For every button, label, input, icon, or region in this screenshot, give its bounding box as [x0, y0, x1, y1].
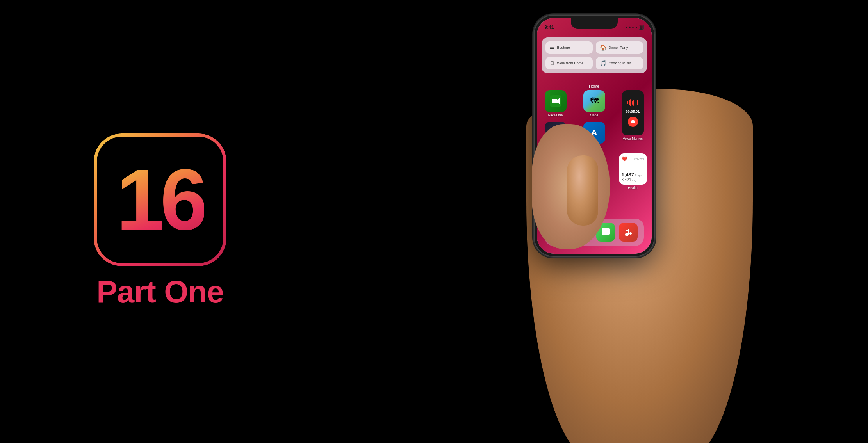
right-section: 9:41 ▲▲▲ ▾ ▓ 🛏 Bedtime 🏠 Dinner: [320, 0, 868, 443]
maps-label: Maps: [590, 113, 598, 117]
health-label: Health: [628, 186, 638, 190]
dock-music[interactable]: [619, 223, 638, 242]
shortcut-bedtime-label: Bedtime: [557, 46, 570, 50]
part-one-label: Part One: [96, 274, 223, 310]
cooking-music-icon: 🎵: [600, 60, 606, 66]
status-icons: ▲▲▲ ▾ ▓: [625, 25, 643, 30]
shortcut-dinner-label: Dinner Party: [609, 46, 628, 50]
shortcut-dinner-party[interactable]: 🏠 Dinner Party: [596, 41, 643, 54]
bedtime-icon: 🛏: [549, 44, 555, 51]
health-time: 9:40 AM: [634, 157, 644, 160]
health-avg-label: avg: [632, 179, 636, 181]
svg-rect-13: [626, 230, 629, 231]
facetime-label: FaceTime: [548, 113, 563, 117]
app-voice-memos-timer[interactable]: 00:05.01 Voice Memos: [619, 90, 647, 141]
voice-memos-timer-widget: 00:05.01: [622, 90, 644, 135]
thumb: [567, 155, 598, 226]
ios-logo-box: 16: [94, 133, 226, 266]
battery-icon: ▓: [639, 25, 644, 30]
shortcuts-widget: 🛏 Bedtime 🏠 Dinner Party 🖥 Work from Hom…: [542, 37, 647, 73]
health-steps-label: Steps: [635, 174, 642, 177]
maps-icon: 🗺: [583, 90, 605, 112]
signal-icon: ▲▲▲: [625, 25, 635, 29]
wifi-icon: ▾: [636, 25, 638, 29]
shortcut-bedtime[interactable]: 🛏 Bedtime: [545, 41, 593, 54]
shortcut-work-from-home[interactable]: 🖥 Work from Home: [545, 57, 593, 69]
work-home-icon: 🖥: [549, 60, 555, 66]
shortcut-cooking-label: Cooking Music: [609, 61, 632, 65]
facetime-icon: [545, 90, 567, 112]
timer-stop-btn[interactable]: [628, 117, 638, 127]
hand-container: 9:41 ▲▲▲ ▾ ▓ 🛏 Bedtime 🏠 Dinner: [399, 7, 790, 436]
left-section: 16 Part One: [0, 0, 320, 443]
health-widget-box: ❤️ 9:40 AM 1,437 Steps 3,421: [619, 153, 647, 185]
health-avg: 3,421: [622, 178, 631, 182]
health-steps: 1,437: [622, 172, 635, 178]
logo-wrapper: 16 Part One: [94, 133, 226, 310]
timer-time: 00:05.01: [626, 110, 640, 114]
dinner-party-icon: 🏠: [600, 44, 606, 51]
shortcut-cooking-music[interactable]: 🎵 Cooking Music: [596, 57, 643, 69]
status-time: 9:41: [545, 25, 554, 30]
svg-point-11: [629, 232, 632, 235]
shortcut-work-label: Work from Home: [557, 61, 584, 65]
iphone-notch: [571, 18, 618, 29]
svg-rect-12: [628, 229, 629, 235]
svg-marker-1: [552, 99, 557, 103]
voice-memos-label: Voice Memos: [623, 137, 643, 141]
waveform: [627, 99, 638, 107]
home-label: Home: [537, 84, 652, 89]
ios-number: 16: [116, 157, 204, 243]
svg-point-10: [625, 233, 628, 236]
health-widget[interactable]: ❤️ 9:40 AM 1,437 Steps 3,421: [619, 153, 647, 190]
